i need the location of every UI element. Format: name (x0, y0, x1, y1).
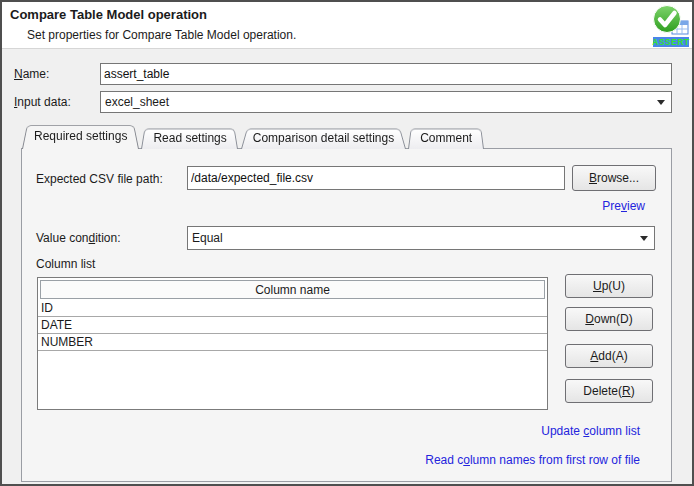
assert-check-icon: ASSERT (652, 4, 690, 48)
dialog-header: Compare Table Model operation Set proper… (2, 2, 692, 49)
read-column-names-link[interactable]: Read column names from first row of file (425, 453, 640, 467)
input-data-label: Input data: (14, 95, 71, 109)
update-column-list-link[interactable]: Update column list (541, 424, 640, 438)
assert-operation-icon: ASSERT ASSERT (652, 4, 690, 48)
column-name-header: Column name (40, 280, 545, 299)
column-list-table[interactable]: Column name ID DATE NUMBER (37, 277, 548, 410)
value-condition-label: Value condition: (36, 231, 121, 245)
value-condition-value: Equal (192, 231, 223, 245)
page-title: Compare Table Model operation (10, 7, 207, 22)
compare-table-model-dialog: Compare Table Model operation Set proper… (0, 0, 694, 486)
table-row[interactable]: DATE (38, 317, 547, 334)
input-data-value: excel_sheet (105, 95, 169, 109)
page-subtitle: Set properties for Compare Table Model o… (27, 28, 296, 42)
name-label: Name: (14, 67, 49, 81)
chevron-down-icon (657, 100, 665, 105)
tab-comparison-detail-settings[interactable]: Comparison detail settings (241, 127, 406, 149)
csv-path-input[interactable] (187, 166, 565, 190)
up-button[interactable]: Up(U) (565, 274, 653, 298)
tab-read-settings[interactable]: Read settings (141, 127, 238, 149)
name-input[interactable] (100, 63, 672, 85)
add-button[interactable]: Add(A) (565, 344, 653, 368)
down-button[interactable]: Down(D) (565, 307, 653, 331)
column-list-label: Column list (36, 257, 95, 271)
preview-link[interactable]: Preview (602, 199, 645, 213)
tab-required-settings[interactable]: Required settings (22, 123, 139, 149)
value-condition-select[interactable]: Equal (187, 226, 655, 250)
table-row[interactable]: ID (38, 300, 547, 317)
chevron-down-icon (640, 236, 648, 241)
table-row[interactable]: NUMBER (38, 334, 547, 351)
input-data-select[interactable]: excel_sheet (100, 91, 672, 113)
svg-text:ASSERT: ASSERT (652, 37, 690, 47)
csv-path-label: Expected CSV file path: (36, 172, 163, 186)
column-rows: ID DATE NUMBER (38, 300, 547, 351)
browse-button[interactable]: Browse... (572, 165, 656, 191)
delete-button[interactable]: Delete(R) (565, 379, 653, 403)
settings-tabs: Required settings Read settings Comparis… (22, 123, 486, 149)
tab-comment[interactable]: Comment (408, 127, 484, 149)
